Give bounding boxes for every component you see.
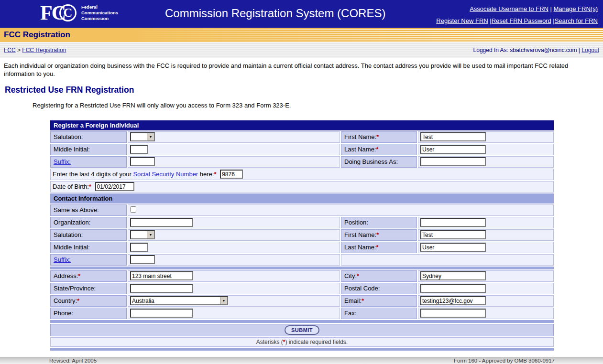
submit-row: SUBMIT <box>50 324 554 336</box>
intro-paragraph: Each individual or organization doing bu… <box>4 62 600 78</box>
form-row: Same as Above: <box>50 204 554 216</box>
position-input[interactable] <box>420 218 486 227</box>
suffix-input[interactable] <box>130 157 155 166</box>
form-section-header-row: Register a Foreign Individual <box>50 120 554 130</box>
required-fields-note-row: Asterisks (*) indicate required fields. <box>50 337 554 347</box>
contact-last-name-label: Last Name:* <box>341 242 417 253</box>
form-row: Suffix: <box>50 254 554 266</box>
contact-middle-initial-label: Middle Initial: <box>50 242 127 253</box>
fcc-registration-banner-link[interactable]: FCC Registration <box>4 30 70 40</box>
header-nav: Associate Username to FRN | Manage FRN(s… <box>436 3 598 27</box>
header-nav-row1: Associate Username to FRN | Manage FRN(s… <box>436 3 598 15</box>
ssn-link[interactable]: Social Security Number <box>133 171 198 178</box>
address-input[interactable] <box>130 271 193 280</box>
email-input[interactable] <box>420 296 486 305</box>
city-input[interactable] <box>420 271 486 280</box>
form-row: Suffix: Doing Business As: <box>50 156 554 168</box>
first-name-input[interactable] <box>420 132 486 141</box>
form-row: Address:* City:* <box>50 270 554 282</box>
phone-label: Phone: <box>50 308 127 319</box>
country-label: Country:* <box>50 295 127 307</box>
reset-frn-password-link[interactable]: Reset FRN Password <box>492 17 551 24</box>
breadcrumb-fcc-link[interactable]: FCC <box>4 47 16 54</box>
contact-last-name-input[interactable] <box>420 243 486 252</box>
dba-input[interactable] <box>420 157 486 166</box>
contact-first-name-label: First Name:* <box>341 229 417 241</box>
position-label: Position: <box>341 217 417 228</box>
fcc-logo-caption: Federal Communications Commission <box>81 4 118 21</box>
form-row: State/Province: Postal Code: <box>50 283 554 294</box>
cores-registration-page: FCC Federal Communications Commission Co… <box>0 0 603 364</box>
dob-input[interactable] <box>95 182 134 191</box>
salutation-label: Salutation: <box>50 131 127 143</box>
last-name-label: Last Name:* <box>341 144 417 155</box>
dba-label: Doing Business As: <box>341 156 417 168</box>
submit-button[interactable]: SUBMIT <box>285 325 319 335</box>
contact-suffix-link[interactable]: Suffix: <box>54 256 71 263</box>
logged-in-status: Logged In As: sbatchvarova@nciinc.com | … <box>473 47 599 54</box>
form-row-ssn: Enter the last 4 digits of your Social S… <box>50 169 554 180</box>
form-row: Organization: Position: <box>50 217 554 228</box>
dob-label: Date of Birth: <box>53 183 89 190</box>
section-heading: Restricted Use FRN Registration <box>5 85 603 95</box>
postal-code-input[interactable] <box>420 284 486 293</box>
page-footer: Revised: April 2005 Form 160 - Approved … <box>0 357 603 364</box>
contact-first-name-input[interactable] <box>420 230 486 239</box>
last-name-input[interactable] <box>420 145 486 154</box>
fcc-logo-icon: FCC <box>40 3 77 22</box>
ssn-label: Enter the last 4 digits of your <box>53 171 133 178</box>
breadcrumb-bar: FCC > FCC Registration Logged In As: sba… <box>0 42 603 57</box>
form-row: Country:* Australia▼ Email:* <box>50 295 554 307</box>
state-province-input[interactable] <box>130 284 193 293</box>
dropdown-arrow-icon: ▼ <box>147 133 154 140</box>
required-note: Asterisks ( <box>256 339 283 345</box>
suffix-link[interactable]: Suffix: <box>54 158 71 165</box>
form-row: Salutation: ▼ First Name:* <box>50 131 554 143</box>
form-section-title: Register a Foreign Individual <box>50 120 554 130</box>
dropdown-arrow-icon: ▼ <box>147 231 154 238</box>
form-row: Middle Initial: Last Name:* <box>50 144 554 155</box>
salutation-select[interactable]: ▼ <box>130 132 155 141</box>
associate-username-link[interactable]: Associate Username to FRN <box>470 5 548 12</box>
contact-information-title: Contact Information <box>50 193 554 203</box>
email-label: Email:* <box>341 295 417 307</box>
search-for-frn-link[interactable]: Search for FRN <box>555 17 598 24</box>
postal-code-label: Postal Code: <box>341 283 417 294</box>
manage-frns-link[interactable]: Manage FRN(s) <box>554 5 598 12</box>
ssn-input[interactable] <box>220 170 243 179</box>
same-as-above-checkbox[interactable] <box>130 206 136 213</box>
middle-initial-input[interactable] <box>130 145 148 154</box>
dropdown-arrow-icon: ▼ <box>220 297 227 304</box>
country-select[interactable]: Australia▼ <box>130 296 228 305</box>
contact-middle-initial-input[interactable] <box>130 243 148 252</box>
footer-revised-text: Revised: April 2005 <box>49 358 97 364</box>
breadcrumb: FCC > FCC Registration <box>4 47 66 54</box>
contact-information-header-row: Contact Information <box>50 193 554 203</box>
address-label: Address:* <box>50 270 127 282</box>
fax-input[interactable] <box>420 309 486 318</box>
gold-banner: FCC Registration <box>0 28 603 42</box>
state-province-label: State/Province: <box>50 283 127 294</box>
app-header: FCC Federal Communications Commission Co… <box>0 0 603 28</box>
divider-row <box>50 348 554 351</box>
divider-row <box>50 267 554 269</box>
registration-form-table: Register a Foreign Individual Salutation… <box>49 119 555 352</box>
footer-form-approval-text: Form 160 - Approved by OMB 3060-0917 <box>454 358 555 364</box>
phone-input[interactable] <box>130 309 193 318</box>
divider-row <box>50 320 554 323</box>
same-as-above-label: Same as Above: <box>50 204 127 216</box>
first-name-label: First Name:* <box>341 131 417 143</box>
page-title: Commission Registration System (CORES) <box>165 7 385 20</box>
organization-input[interactable] <box>130 218 193 227</box>
logged-in-text: Logged In As: sbatchvarova@nciinc.com <box>473 47 577 54</box>
organization-label: Organization: <box>50 217 127 228</box>
header-nav-row2: Register New FRN |Reset FRN Password |Se… <box>436 15 598 27</box>
breadcrumb-fcc-registration-link[interactable]: FCC Registration <box>22 47 66 54</box>
logout-link[interactable]: Logout <box>581 47 599 54</box>
contact-salutation-label: Salutation: <box>50 229 127 241</box>
form-row: Middle Initial: Last Name:* <box>50 242 554 253</box>
contact-suffix-input[interactable] <box>130 255 155 264</box>
register-new-frn-link[interactable]: Register New FRN <box>436 17 488 24</box>
fcc-logo: FCC Federal Communications Commission <box>40 3 118 22</box>
contact-salutation-select[interactable]: ▼ <box>130 230 155 239</box>
